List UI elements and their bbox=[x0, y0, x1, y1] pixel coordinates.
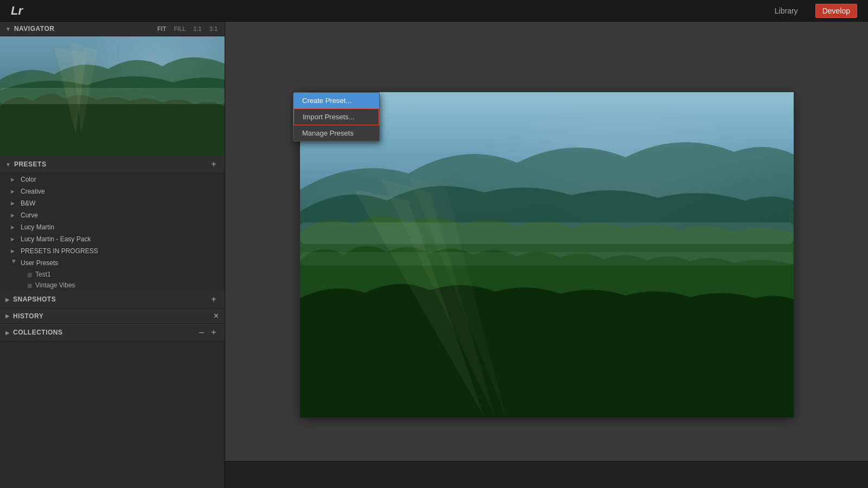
lucy-martin-expand-icon: ▶ bbox=[11, 224, 17, 230]
preset-bnw-label: B&W bbox=[21, 200, 35, 207]
snapshots-title: Snapshots bbox=[13, 296, 56, 303]
nav-develop[interactable]: Develop bbox=[815, 4, 857, 18]
navigator-title: Navigator bbox=[14, 25, 55, 33]
context-menu-import-presets[interactable]: Import Presets... bbox=[293, 108, 379, 125]
preset-sub-item-test1[interactable]: ▦ Test1 bbox=[0, 269, 225, 280]
preset-sub-item-vintage-vibes[interactable]: ▦ Vintage Vibes bbox=[0, 280, 225, 291]
preset-vintage-vibes-label: Vintage Vibes bbox=[35, 281, 75, 289]
three-to-one-button[interactable]: 3:1 bbox=[208, 25, 219, 33]
snapshots-header[interactable]: ▶ Snapshots + bbox=[0, 291, 225, 309]
test1-icon: ▦ bbox=[27, 272, 32, 278]
bnw-expand-icon: ▶ bbox=[11, 201, 17, 206]
color-expand-icon: ▶ bbox=[11, 177, 17, 182]
vintage-vibes-icon: ▦ bbox=[27, 282, 32, 288]
creative-expand-icon: ▶ bbox=[11, 189, 17, 194]
preset-item-color[interactable]: ▶ Color bbox=[0, 174, 225, 185]
user-presets-expand-icon: ▶ bbox=[11, 260, 17, 266]
history-title: History bbox=[13, 312, 43, 320]
collections-minus-button[interactable]: – bbox=[199, 328, 204, 337]
preset-lucy-martin-label: Lucy Martin bbox=[21, 223, 54, 231]
collections-title: Collections bbox=[13, 329, 63, 336]
context-menu-manage-presets[interactable]: Manage Presets bbox=[293, 125, 379, 141]
fill-button[interactable]: FILL bbox=[172, 25, 187, 33]
collections-collapse-icon: ▶ bbox=[5, 330, 10, 336]
history-clear-button[interactable]: ✕ bbox=[213, 312, 219, 320]
filmstrip bbox=[225, 461, 868, 488]
presets-collapse-icon: ▼ bbox=[5, 162, 11, 168]
preset-curve-label: Curve bbox=[21, 211, 38, 219]
app-logo: Lr bbox=[11, 4, 23, 18]
preset-item-creative[interactable]: ▶ Creative bbox=[0, 185, 225, 197]
navigator-header[interactable]: ▼ Navigator FIT FILL 1:1 3:1 bbox=[0, 22, 225, 36]
navigator-image[interactable] bbox=[0, 36, 225, 156]
topbar: Lr Library Develop bbox=[0, 0, 868, 22]
navigator-collapse-icon: ▼ bbox=[5, 26, 11, 32]
collections-plus-button[interactable]: + bbox=[208, 327, 219, 338]
context-menu-create-preset[interactable]: Create Preset... bbox=[293, 93, 379, 108]
preset-lucy-martin-easy-pack-label: Lucy Martin - Easy Pack bbox=[21, 235, 91, 243]
presets-in-progress-expand-icon: ▶ bbox=[11, 248, 17, 254]
preset-color-label: Color bbox=[21, 176, 36, 183]
collections-header[interactable]: ▶ Collections – + bbox=[0, 324, 225, 342]
fit-button[interactable]: FIT bbox=[156, 25, 168, 33]
nav-library[interactable]: Library bbox=[768, 4, 805, 17]
context-menu: Create Preset... Import Presets... Manag… bbox=[293, 92, 380, 142]
snapshots-section: ▶ Snapshots + bbox=[0, 291, 225, 309]
sidebar: ▼ Navigator FIT FILL 1:1 3:1 bbox=[0, 22, 225, 488]
history-header[interactable]: ▶ History ✕ bbox=[0, 309, 225, 324]
top-navigation: Library Develop bbox=[768, 4, 857, 18]
snapshots-collapse-icon: ▶ bbox=[5, 297, 10, 303]
preset-item-curve[interactable]: ▶ Curve bbox=[0, 209, 225, 221]
preset-item-lucy-martin-easy-pack[interactable]: ▶ Lucy Martin - Easy Pack bbox=[0, 233, 225, 245]
navigator-forest-svg bbox=[0, 36, 225, 156]
svg-rect-8 bbox=[300, 222, 794, 244]
preset-item-user-presets[interactable]: ▶ User Presets bbox=[0, 257, 225, 269]
presets-title: Presets bbox=[14, 160, 47, 168]
preset-item-bnw[interactable]: ▶ B&W bbox=[0, 197, 225, 209]
svg-rect-9 bbox=[300, 252, 794, 266]
one-to-one-button[interactable]: 1:1 bbox=[192, 25, 203, 33]
preset-creative-label: Creative bbox=[21, 188, 45, 195]
preset-item-lucy-martin[interactable]: ▶ Lucy Martin bbox=[0, 221, 225, 233]
preset-presets-in-progress-label: PRESETS IN PROGRESS bbox=[21, 247, 98, 255]
history-collapse-icon: ▶ bbox=[5, 313, 10, 319]
snapshots-add-button[interactable]: + bbox=[208, 294, 219, 305]
presets-add-button[interactable]: + bbox=[208, 159, 219, 170]
preset-test1-label: Test1 bbox=[35, 271, 51, 278]
collections-section: ▶ Collections – + bbox=[0, 324, 225, 342]
curve-expand-icon: ▶ bbox=[11, 213, 17, 218]
lucy-martin-easy-pack-expand-icon: ▶ bbox=[11, 236, 17, 242]
content-area: Create Preset... Import Presets... Manag… bbox=[225, 22, 868, 488]
main-layout: ▼ Navigator FIT FILL 1:1 3:1 bbox=[0, 22, 868, 488]
presets-section: ▼ Presets + ▶ Color ▶ Creative ▶ B&W ▶ C… bbox=[0, 156, 225, 291]
presets-header[interactable]: ▼ Presets + bbox=[0, 156, 225, 174]
preset-user-presets-label: User Presets bbox=[21, 259, 58, 267]
svg-rect-3 bbox=[0, 88, 225, 104]
history-section: ▶ History ✕ bbox=[0, 309, 225, 324]
preset-item-presets-in-progress[interactable]: ▶ PRESETS IN PROGRESS bbox=[0, 245, 225, 257]
